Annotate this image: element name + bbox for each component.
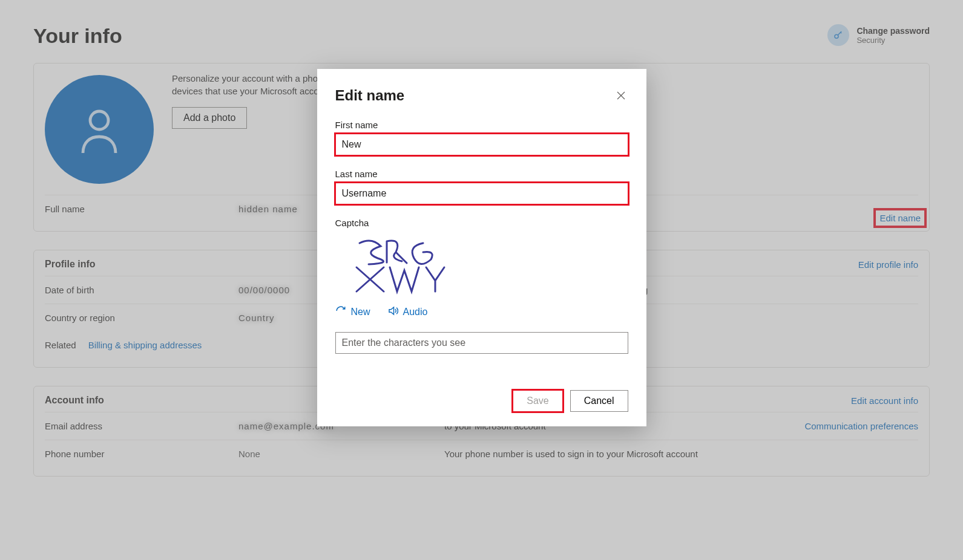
captcha-new-button[interactable]: New (335, 305, 370, 319)
edit-name-dialog: Edit name First name Last name Captcha (317, 69, 646, 426)
close-icon (616, 91, 626, 100)
close-button[interactable] (614, 88, 628, 103)
captcha-new-label: New (351, 307, 370, 317)
refresh-icon (335, 305, 346, 319)
cancel-button[interactable]: Cancel (570, 390, 628, 412)
last-name-label: Last name (335, 169, 628, 179)
modal-overlay: Edit name First name Last name Captcha (0, 0, 963, 560)
captcha-input[interactable] (335, 332, 628, 354)
captcha-label: Captcha (335, 218, 628, 228)
audio-icon (387, 305, 398, 319)
dialog-title: Edit name (335, 87, 405, 104)
captcha-audio-button[interactable]: Audio (387, 305, 428, 319)
captcha-image (335, 232, 462, 297)
captcha-audio-label: Audio (403, 307, 428, 317)
first-name-label: First name (335, 120, 628, 130)
last-name-input[interactable] (335, 183, 628, 204)
first-name-input[interactable] (335, 134, 628, 155)
save-button[interactable]: Save (513, 390, 562, 412)
